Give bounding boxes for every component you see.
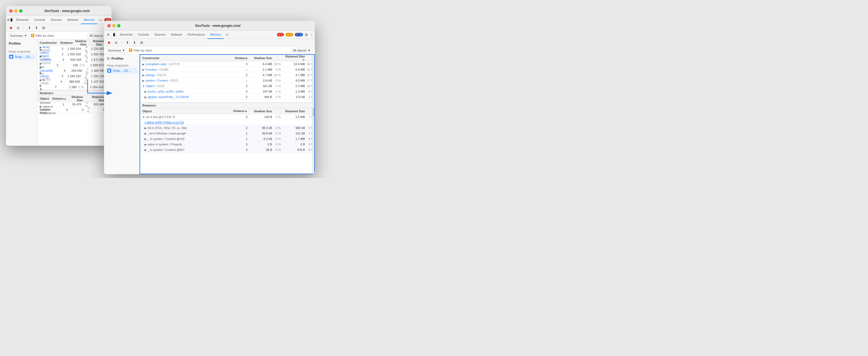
separator-1 <box>24 26 24 30</box>
table-row[interactable]: ▶ _hd in Window / www.google 1 39.8 kB 0… <box>140 130 314 136</box>
col-header-ret-shallow-1: Shallow Size <box>68 95 84 102</box>
col-header-distance-2: Distance <box>232 56 249 60</box>
tab-bar-2: ⊞ 📱 Elements Console Sources Network Per… <box>104 31 315 39</box>
download-button-1[interactable]: ⬇ <box>34 25 39 31</box>
stop-button-1[interactable]: ⊘ <box>15 25 21 31</box>
compare-button-2[interactable]: ⊞ <box>139 40 144 46</box>
summary-dropdown-1[interactable]: Summary ▼ <box>8 33 29 38</box>
table-row[interactable]: ▶ value in system / PropertyCel 3 0 0 % … <box>37 107 112 113</box>
tab-network-1[interactable]: Network <box>65 16 81 24</box>
retainers-body-1: ▶ goog in Window / chrome–exten 1 53 476… <box>37 102 112 146</box>
col-header-ret-distance-2: Distance▲ <box>232 110 249 113</box>
tab-network-2[interactable]: Network <box>168 31 185 39</box>
table-row[interactable]: ▶ _ in system / Context @142 1 8.2 kB 0 … <box>140 136 314 142</box>
snapshot-icon-2: 📄 <box>107 69 111 72</box>
separator-2 <box>122 40 122 45</box>
tab-console-1[interactable]: Console <box>31 16 48 24</box>
table-row-link[interactable]: c,dtl0nd,eHDfl,YV5bee,d,csi:753 <box>140 120 314 125</box>
table-row[interactable]: ▶ jn ×9436 4 389 920 2 % 1 147 432 7 % <box>37 79 112 84</box>
sort-arrow-2: ▼ <box>303 59 305 61</box>
heap-table-body-2: ▶ (compiled code) ×107176 3 6.4 MB 28 % … <box>140 61 314 102</box>
table-row[interactable]: ▶ _ in system / Context @607 4 36 B 0 % … <box>140 147 314 152</box>
tab-elements-2[interactable]: Elements <box>117 31 135 39</box>
tab-sources-1[interactable]: Sources <box>48 16 64 24</box>
tab-bar-1: ⊞ 📱 Elements Console Sources Network Mem… <box>6 16 112 24</box>
devtools-menu-btn-1[interactable]: ⊞ <box>7 17 9 23</box>
close-button-1[interactable] <box>9 9 12 12</box>
table-row[interactable]: ▶ (system) ×13070 2 626 204 4 % 1 571 68… <box>37 57 112 62</box>
table-row[interactable]: ▶ (string) ×43170 2 4.7 MB 20 % 4.7 MB 2… <box>140 72 314 78</box>
tab-more-1[interactable]: >> <box>97 18 104 22</box>
col-header-shallow-2: Shallow Size <box>249 56 273 60</box>
col-header-ret-retained-1: Retained Size <box>90 95 106 102</box>
table-row[interactable]: ▶ value in system / Property 3 0 B 0 % 0… <box>140 142 314 147</box>
upload-button-2[interactable]: ⬆ <box>125 40 130 46</box>
table-row[interactable]: ▶ system / Context ×3013 – 114 kB 0 % 4.… <box>140 78 314 83</box>
tab-performance-2[interactable]: Performance <box>185 31 208 39</box>
table-row[interactable]: ▶ Xd in {FOc, HOa, VC, jo, Sbd 2 98.3 kB… <box>140 125 314 130</box>
table-row[interactable]: ▼ Object ×1618 2 321 kB 1 % 2.3 MB 10 % <box>140 83 314 89</box>
table-row[interactable]: ▶ Function ×34385 – 1.1 MB 5 % 5.0 MB 22… <box>140 67 314 72</box>
maximize-button-1[interactable] <box>19 9 23 12</box>
devtools-window-1: DevTools - www.google.com/ ⊞ 📱 Elements … <box>6 6 112 146</box>
scrollbar[interactable] <box>312 55 314 174</box>
table-row[interactable]: ▶ {sy1fu, sy2ly, sy39n, sy4fm, 4 197 kB … <box>140 89 314 94</box>
record-button-1[interactable]: ⏺ <box>8 25 14 31</box>
tab-memory-2[interactable]: Memory <box>208 31 224 39</box>
main-content-1: Profiles Heap snapshots 📄 Snap… (16.… Co… <box>6 39 112 146</box>
sidebar-snap-2[interactable]: 📄 Snap… (22.… <box>105 68 138 74</box>
sidebar-title-1: Profiles <box>6 39 37 47</box>
tab-memory-1[interactable]: Memory <box>81 16 97 24</box>
tab-more-2[interactable]: >> <box>224 33 231 36</box>
devtools-window-2: DevTools - www.google.com/ ⊞ 📱 Elements … <box>104 21 315 174</box>
minimize-button-2[interactable] <box>112 24 116 27</box>
heap-table-body-1: ▶ Array ×43497 2 1 256 024 8 % 2 220 000… <box>37 46 112 90</box>
stop-button-2[interactable]: ⊘ <box>113 40 119 46</box>
heap-table-header-2: Constructor Distance Shallow Size Retain… <box>140 55 314 61</box>
objects-dropdown-2[interactable]: All objects ▼ <box>291 48 313 53</box>
upload-button-1[interactable]: ⬆ <box>27 25 32 31</box>
action-bar-1: ⏺ ⊘ ⬆ ⬇ ⊞ <box>6 24 112 32</box>
tab-console-2[interactable]: Console <box>135 31 152 39</box>
retainers-body-2: ▼ oa in lKa @177115 🗒 3 128 B 0 % 1.5 MB… <box>140 114 314 174</box>
sidebar-snap-1[interactable]: 📄 Snap… (16.… <box>7 54 36 60</box>
title-bar-2: DevTools - www.google.com/ <box>104 21 315 31</box>
compare-button-1[interactable]: ⊞ <box>41 25 46 31</box>
col-header-ret-retained-2: Retained Size <box>281 110 306 113</box>
close-button-2[interactable] <box>107 24 111 27</box>
window-title-1: DevTools - www.google.com/ <box>26 9 108 13</box>
tab-sources-2[interactable]: Sources <box>152 31 168 39</box>
scrollbar-thumb[interactable] <box>313 108 314 116</box>
more-icon-2[interactable]: ⋮ <box>310 33 314 37</box>
table-row[interactable]: ▶ (compiled code) ×107176 3 6.4 MB 28 % … <box>140 61 314 67</box>
sidebar-1: Profiles Heap snapshots 📄 Snap… (16.… <box>6 39 37 146</box>
device-toggle-1[interactable]: 📱 <box>9 17 13 23</box>
sidebar-section-1: Heap snapshots <box>6 49 37 54</box>
summary-dropdown-2[interactable]: Summary ▼ <box>106 48 127 53</box>
devtools-menu-btn-2[interactable]: ⊞ <box>105 32 111 38</box>
title-bar-1: DevTools - www.google.com/ <box>6 6 112 16</box>
warn-badge-2: ⚠ 1 <box>285 33 293 36</box>
settings-icon-2[interactable]: ⚙ <box>305 33 308 37</box>
col-header-distance-1: Distance <box>59 41 74 44</box>
minimize-button-1[interactable] <box>14 9 18 12</box>
filter-class-1[interactable]: 🔽 Filter by class <box>31 34 54 37</box>
table-area-1: Constructor Distance Shallow Size Retain… <box>37 39 112 146</box>
download-button-2[interactable]: ⬇ <box>132 40 137 46</box>
col-header-object-2: Object <box>140 110 232 113</box>
retainers-header-2: Retainers <box>140 102 314 108</box>
sidebar-2: ⊟ Profiles Heap snapshots 📄 Snap… (22.… <box>104 54 140 174</box>
record-button-2[interactable]: ⏺ <box>106 40 112 46</box>
table-area-2: Constructor Distance Shallow Size Retain… <box>140 54 315 174</box>
traffic-lights-2 <box>107 24 120 27</box>
filter-class-2[interactable]: 🔽 Filter by class <box>129 49 152 52</box>
table-row[interactable]: ▶ {global, exportPath_, CLOSUR 2 444 B 0… <box>140 94 314 100</box>
table-row[interactable]: ▼ oa in lKa @177115 🗒 3 128 B 0 % 1.5 MB… <box>140 114 314 120</box>
traffic-lights-1 <box>9 9 23 12</box>
col-header-shallow-1: Shallow Size <box>74 39 88 46</box>
device-toggle-2[interactable]: 📱 <box>111 32 117 38</box>
main-content-2: ⊟ Profiles Heap snapshots 📄 Snap… (22.… … <box>104 54 315 174</box>
maximize-button-2[interactable] <box>117 24 120 27</box>
tab-elements-1[interactable]: Elements <box>13 16 31 24</box>
window-title-2: DevTools - www.google.com/ <box>124 24 311 28</box>
